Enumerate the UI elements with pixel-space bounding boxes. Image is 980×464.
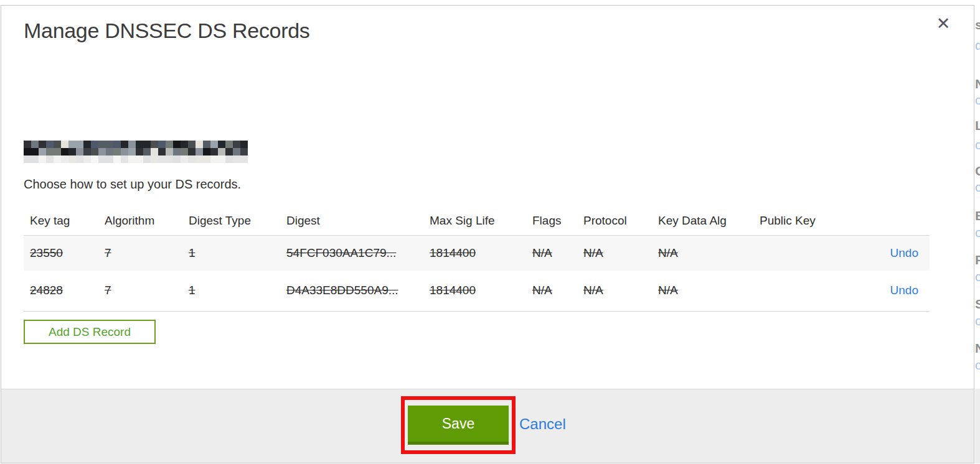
cell-protocol: N/A — [583, 235, 658, 271]
background-text-fragment: o — [975, 138, 980, 152]
background-page-fragment: sdNoLoCoEoPoSoNo — [975, 0, 980, 464]
column-header: Max Sig Life — [430, 206, 532, 235]
save-button[interactable]: Save — [408, 406, 509, 445]
background-text-fragment: o — [975, 314, 980, 328]
close-icon[interactable]: ✕ — [933, 13, 954, 34]
ds-records-table: Key tagAlgorithmDigest TypeDigestMax Sig… — [24, 206, 930, 312]
background-text-fragment: o — [975, 180, 980, 195]
column-header: Key tag — [24, 206, 105, 235]
cell-key-data-alg: N/A — [658, 235, 760, 271]
undo-link[interactable]: Undo — [890, 284, 918, 297]
column-header: Public Key — [760, 206, 889, 235]
cell-flags: N/A — [532, 235, 583, 271]
background-text-fragment: d — [975, 39, 980, 53]
cell-algorithm: 7 — [105, 271, 189, 311]
background-text-fragment: o — [975, 226, 980, 240]
background-text-fragment: P — [975, 253, 980, 267]
cell-key-data-alg: N/A — [658, 271, 760, 311]
background-text-fragment: o — [975, 270, 980, 284]
background-text-fragment: E — [975, 208, 980, 223]
cell-max-sig-life: 1814400 — [430, 271, 532, 311]
annotation-highlight-red-box: Save — [401, 396, 516, 454]
cancel-link[interactable]: Cancel — [519, 415, 566, 433]
add-ds-record-button[interactable]: Add DS Record — [24, 320, 156, 344]
cell-key-tag: 23550 — [24, 235, 105, 271]
column-header: Flags — [532, 206, 583, 235]
background-text-fragment: o — [975, 93, 980, 108]
column-header: Algorithm — [105, 206, 189, 235]
cell-digest: 54FCF030AA1C79... — [286, 235, 430, 271]
table-header-row: Key tagAlgorithmDigest TypeDigestMax Sig… — [24, 206, 930, 235]
background-text-fragment: S — [975, 297, 980, 312]
background-text-fragment: N — [975, 77, 980, 91]
page-title: Manage DNSSEC DS Records — [24, 19, 310, 43]
cell-max-sig-life: 1814400 — [430, 235, 532, 271]
instruction-text: Choose how to set up your DS records. — [24, 177, 241, 192]
background-text-fragment: N — [975, 341, 980, 356]
undo-link[interactable]: Undo — [890, 246, 918, 259]
cell-flags: N/A — [532, 271, 583, 311]
background-text-fragment: s — [975, 17, 980, 32]
cell-key-tag: 24828 — [24, 271, 105, 311]
cell-action: Undo — [889, 235, 930, 271]
cell-protocol: N/A — [583, 271, 658, 311]
column-header: Key Data Alg — [658, 206, 760, 235]
cell-action: Undo — [889, 271, 930, 311]
column-header: Digest Type — [189, 206, 286, 235]
background-text-fragment: o — [975, 358, 980, 373]
cell-digest-type: 1 — [189, 271, 286, 311]
cell-public-key — [760, 235, 889, 271]
table-row: 235507154FCF030AA1C79...1814400N/AN/AN/A… — [24, 235, 930, 271]
background-text-fragment: L — [975, 118, 980, 133]
column-header: Protocol — [583, 206, 658, 235]
background-footer-fragment — [975, 389, 980, 464]
cell-algorithm: 7 — [105, 235, 189, 271]
cell-digest-type: 1 — [189, 235, 286, 271]
table-row: 2482871D4A33E8DD550A9...1814400N/AN/AN/A… — [24, 271, 930, 311]
redacted-domain-name — [24, 141, 248, 163]
manage-dnssec-modal: Manage DNSSEC DS Records ✕ Choose how to… — [1, 5, 974, 463]
background-text-fragment: C — [975, 164, 980, 179]
cell-public-key — [760, 271, 889, 311]
column-header: Digest — [286, 206, 430, 235]
cell-digest: D4A33E8DD550A9... — [286, 271, 430, 311]
modal-footer: Save Cancel — [1, 389, 974, 463]
column-header-actions — [889, 206, 930, 235]
